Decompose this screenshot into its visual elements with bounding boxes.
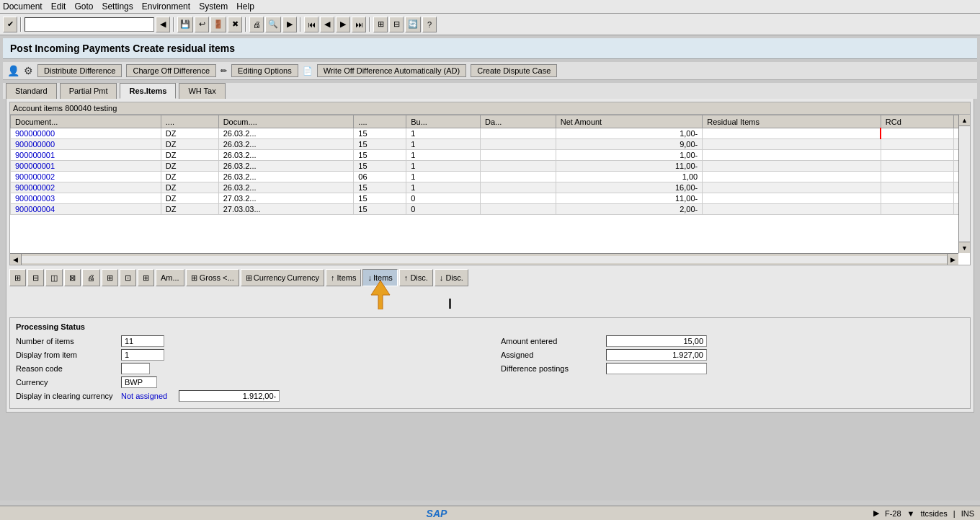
btm-btn-view[interactable]: ◫	[45, 269, 63, 286]
menu-edit[interactable]: Edit	[51, 1, 66, 12]
currency-btn[interactable]: ⊞ CurrencyCurrency	[241, 269, 324, 286]
menu-document[interactable]: Document	[3, 1, 43, 12]
btm-btn-print2[interactable]: 🖨	[82, 269, 100, 286]
gross-btn[interactable]: ⊞ Gross <...	[186, 269, 239, 286]
assigned-row: Assigned	[501, 349, 964, 361]
h-scroll-track[interactable]	[22, 256, 947, 263]
toolbar-btn-back[interactable]: ↩	[195, 17, 209, 32]
toolbar-btn-exit[interactable]: 🚪	[210, 17, 226, 32]
h-scrollbar[interactable]: ◀ ▶	[10, 253, 958, 265]
cell-bu: 0	[406, 204, 481, 215]
currency-label: Currency	[16, 378, 117, 387]
scroll-down-btn[interactable]: ▼	[959, 242, 970, 253]
toolbar-btn-find[interactable]: 🔍	[265, 17, 281, 32]
menu-system[interactable]: System	[199, 1, 228, 12]
toolbar-btn-multi[interactable]: ⊟	[389, 17, 404, 32]
cell-residual[interactable]	[703, 172, 881, 182]
toolbar-btn-next[interactable]: ▶	[336, 17, 350, 32]
toolbar-nav-left[interactable]: ◀	[156, 17, 170, 32]
cell-residual[interactable]	[703, 204, 881, 215]
toolbar-btn-first[interactable]: ⏮	[304, 17, 318, 32]
cell-date: 26.03.2...	[218, 139, 354, 150]
toolbar-sep4	[300, 17, 301, 32]
cell-bu: 1	[406, 128, 481, 139]
cell-rcd	[881, 150, 953, 161]
write-off-btn[interactable]: Write Off Difference Automatically (AD)	[317, 64, 467, 77]
disc-down-btn[interactable]: ↓ Disc.	[435, 269, 468, 286]
toolbar-btn-print[interactable]: 🖨	[249, 17, 264, 32]
cell-net: 11,00-	[556, 161, 703, 172]
col-da: Da...	[481, 115, 556, 128]
cell-d3: 15	[354, 139, 406, 150]
v-scrollbar[interactable]: ▲ ▼	[958, 115, 970, 253]
cell-residual[interactable]	[703, 150, 881, 161]
btm-btn-cols[interactable]: ⊞	[138, 269, 154, 286]
toolbar-command-input[interactable]	[24, 17, 154, 32]
menu-environment[interactable]: Environment	[142, 1, 190, 12]
disc-up-btn[interactable]: ↑ Disc.	[399, 269, 433, 286]
not-assigned-link[interactable]: Not assigned	[121, 392, 167, 400]
cell-doc[interactable]: 900000002	[11, 182, 161, 193]
cell-type: DZ	[161, 204, 218, 215]
col-document: Document...	[11, 115, 161, 128]
scroll-up-btn[interactable]: ▲	[959, 115, 970, 126]
dispute-btn[interactable]: Create Dispute Case	[471, 64, 557, 77]
tab-wh-tax[interactable]: WH Tax	[179, 83, 225, 99]
menu-settings[interactable]: Settings	[102, 1, 133, 12]
display-from-input[interactable]	[121, 349, 164, 361]
tab-res-items[interactable]: Res.Items	[120, 83, 176, 99]
toolbar-btn-cancel[interactable]: ✖	[228, 17, 242, 32]
cell-residual[interactable]	[703, 182, 881, 193]
toolbar-sep5	[369, 17, 370, 32]
btm-btn-close[interactable]: ⊠	[64, 269, 81, 286]
toolbar-btn-find-next[interactable]: ▶	[282, 17, 297, 32]
reason-code-input[interactable]	[121, 363, 150, 374]
cell-bu: 1	[406, 161, 481, 172]
status-right: Amount entered Assigned Difference posti…	[501, 335, 964, 404]
status-left: Number of items Display from item Reason…	[16, 335, 479, 404]
charge-off-btn[interactable]: Charge Off Difference	[126, 64, 216, 77]
cell-residual[interactable]	[703, 139, 881, 150]
items-up-btn[interactable]: ↑ Items	[326, 269, 361, 286]
table-container[interactable]: Document... .... Docum.... .... Bu... Da…	[9, 114, 971, 265]
am-btn[interactable]: Am...	[156, 269, 184, 286]
menu-goto[interactable]: Goto	[74, 1, 93, 12]
cell-doc[interactable]: 900000000	[11, 128, 161, 139]
toolbar-btn-prev[interactable]: ◀	[320, 17, 334, 32]
scroll-track[interactable]	[959, 126, 970, 242]
toolbar-btn-layout[interactable]: ⊞	[373, 17, 388, 32]
cell-d3: 15	[354, 150, 406, 161]
num-items-input[interactable]	[121, 335, 164, 347]
toolbar-btn-help[interactable]: ?	[422, 17, 437, 32]
cell-net: 1,00-	[556, 128, 703, 139]
btm-btn-layout2[interactable]: ⊞	[102, 269, 118, 286]
currency-input[interactable]	[121, 376, 157, 388]
cell-doc[interactable]: 900000000	[11, 139, 161, 150]
scroll-left-btn[interactable]: ◀	[10, 254, 22, 265]
toolbar-btn-last[interactable]: ⏭	[352, 17, 366, 32]
col-residual: Residual Items	[703, 115, 881, 128]
cell-doc[interactable]: 900000004	[11, 204, 161, 215]
distribute-diff-btn[interactable]: Distribute Difference	[37, 64, 122, 77]
cell-residual[interactable]	[703, 161, 881, 172]
cell-doc[interactable]: 900000001	[11, 161, 161, 172]
tab-standard[interactable]: Standard	[6, 83, 57, 99]
amount-entered-label: Amount entered	[501, 337, 602, 345]
cell-doc[interactable]: 900000002	[11, 172, 161, 182]
toolbar-check-btn[interactable]: ✔	[3, 17, 17, 32]
items-down-btn[interactable]: ↓ Items	[362, 269, 397, 286]
cell-doc[interactable]: 900000001	[11, 150, 161, 161]
tab-partial[interactable]: Partial Pmt	[60, 83, 117, 99]
btm-btn-select[interactable]: ⊞	[9, 269, 26, 286]
cell-doc[interactable]: 900000003	[11, 193, 161, 204]
btm-btn-deselect[interactable]: ⊟	[27, 269, 44, 286]
scroll-right-btn[interactable]: ▶	[947, 254, 958, 265]
cell-residual[interactable]	[703, 128, 881, 139]
toolbar-btn-save[interactable]: 💾	[177, 17, 193, 32]
cell-residual[interactable]	[703, 193, 881, 204]
editing-options-btn[interactable]: Editing Options	[231, 64, 298, 77]
menu-help[interactable]: Help	[236, 1, 254, 12]
currency-row: Currency	[16, 376, 479, 388]
toolbar-btn-refresh[interactable]: 🔄	[405, 17, 421, 32]
btm-btn-expand[interactable]: ⊡	[120, 269, 136, 286]
